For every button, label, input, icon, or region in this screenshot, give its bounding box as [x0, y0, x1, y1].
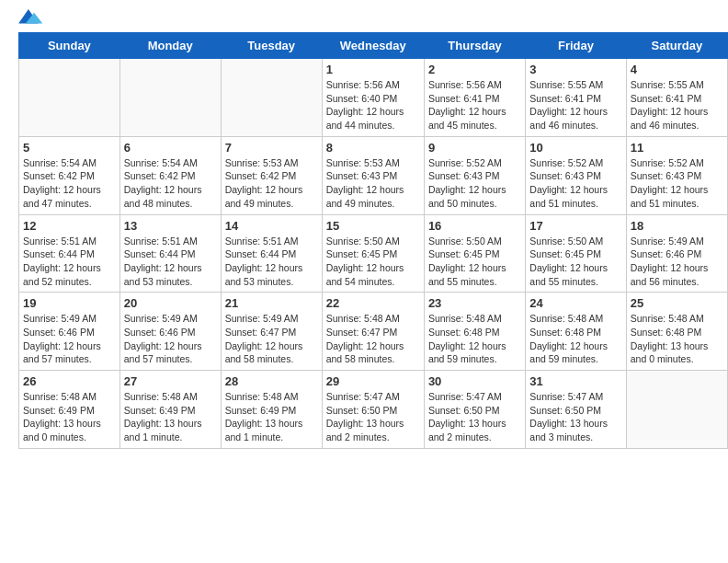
calendar-day-cell: 25Sunrise: 5:48 AM Sunset: 6:48 PM Dayli… — [626, 293, 727, 371]
day-info: Sunrise: 5:53 AM Sunset: 6:42 PM Dayligh… — [225, 156, 318, 211]
day-info: Sunrise: 5:48 AM Sunset: 6:48 PM Dayligh… — [529, 312, 621, 366]
calendar-day-cell: 11Sunrise: 5:52 AM Sunset: 6:43 PM Dayli… — [626, 136, 727, 214]
day-info: Sunrise: 5:52 AM Sunset: 6:43 PM Dayligh… — [631, 156, 723, 211]
calendar-day-cell: 24Sunrise: 5:48 AM Sunset: 6:48 PM Dayli… — [526, 293, 626, 371]
weekday-header: Saturday — [626, 33, 727, 59]
day-number: 10 — [529, 141, 621, 155]
calendar-day-cell: 22Sunrise: 5:48 AM Sunset: 6:47 PM Dayli… — [322, 293, 424, 371]
day-info: Sunrise: 5:49 AM Sunset: 6:46 PM Dayligh… — [23, 312, 116, 366]
day-info: Sunrise: 5:47 AM Sunset: 6:50 PM Dayligh… — [529, 390, 621, 444]
day-info: Sunrise: 5:47 AM Sunset: 6:50 PM Dayligh… — [428, 390, 521, 444]
calendar-wrapper: SundayMondayTuesdayWednesdayThursdayFrid… — [0, 32, 728, 458]
calendar-week-row: 19Sunrise: 5:49 AM Sunset: 6:46 PM Dayli… — [19, 293, 728, 371]
day-info: Sunrise: 5:48 AM Sunset: 6:49 PM Dayligh… — [124, 390, 217, 444]
calendar-day-cell: 27Sunrise: 5:48 AM Sunset: 6:49 PM Dayli… — [119, 371, 221, 449]
calendar-day-cell: 16Sunrise: 5:50 AM Sunset: 6:45 PM Dayli… — [424, 214, 525, 293]
day-info: Sunrise: 5:48 AM Sunset: 6:49 PM Dayligh… — [23, 390, 116, 444]
day-number: 2 — [428, 63, 521, 76]
day-info: Sunrise: 5:48 AM Sunset: 6:49 PM Dayligh… — [225, 390, 318, 444]
day-info: Sunrise: 5:55 AM Sunset: 6:41 PM Dayligh… — [529, 78, 621, 132]
calendar-day-cell — [119, 59, 221, 137]
calendar-day-cell: 20Sunrise: 5:49 AM Sunset: 6:46 PM Dayli… — [119, 293, 221, 371]
calendar-day-cell: 1Sunrise: 5:56 AM Sunset: 6:40 PM Daylig… — [322, 59, 424, 137]
calendar-day-cell: 31Sunrise: 5:47 AM Sunset: 6:50 PM Dayli… — [526, 371, 626, 449]
calendar-day-cell: 8Sunrise: 5:53 AM Sunset: 6:43 PM Daylig… — [322, 136, 424, 214]
calendar-day-cell: 7Sunrise: 5:53 AM Sunset: 6:42 PM Daylig… — [221, 136, 322, 214]
day-info: Sunrise: 5:56 AM Sunset: 6:40 PM Dayligh… — [326, 78, 420, 132]
day-number: 30 — [428, 374, 521, 388]
day-number: 11 — [631, 141, 723, 155]
calendar-day-cell: 29Sunrise: 5:47 AM Sunset: 6:50 PM Dayli… — [322, 371, 424, 449]
day-info: Sunrise: 5:51 AM Sunset: 6:44 PM Dayligh… — [23, 235, 116, 289]
day-info: Sunrise: 5:49 AM Sunset: 6:46 PM Dayligh… — [631, 235, 723, 289]
page-header — [0, 0, 728, 32]
calendar-day-cell: 12Sunrise: 5:51 AM Sunset: 6:44 PM Dayli… — [19, 214, 120, 293]
day-info: Sunrise: 5:50 AM Sunset: 6:45 PM Dayligh… — [428, 235, 521, 289]
calendar-week-row: 5Sunrise: 5:54 AM Sunset: 6:42 PM Daylig… — [19, 136, 728, 214]
day-number: 17 — [529, 219, 621, 233]
day-number: 21 — [225, 296, 318, 310]
calendar-day-cell: 14Sunrise: 5:51 AM Sunset: 6:44 PM Dayli… — [221, 214, 322, 293]
day-info: Sunrise: 5:55 AM Sunset: 6:41 PM Dayligh… — [631, 78, 723, 132]
day-number: 7 — [225, 141, 318, 155]
day-info: Sunrise: 5:52 AM Sunset: 6:43 PM Dayligh… — [428, 156, 521, 211]
day-number: 6 — [124, 141, 217, 155]
day-info: Sunrise: 5:49 AM Sunset: 6:46 PM Dayligh… — [124, 312, 217, 366]
calendar-day-cell: 13Sunrise: 5:51 AM Sunset: 6:44 PM Dayli… — [119, 214, 221, 293]
calendar-day-cell: 4Sunrise: 5:55 AM Sunset: 6:41 PM Daylig… — [626, 59, 727, 137]
day-number: 14 — [225, 219, 318, 233]
calendar-day-cell: 17Sunrise: 5:50 AM Sunset: 6:45 PM Dayli… — [526, 214, 626, 293]
calendar-day-cell: 26Sunrise: 5:48 AM Sunset: 6:49 PM Dayli… — [19, 371, 120, 449]
day-number: 13 — [124, 219, 217, 233]
day-info: Sunrise: 5:50 AM Sunset: 6:45 PM Dayligh… — [529, 235, 621, 289]
day-number: 12 — [23, 219, 116, 233]
calendar-day-cell: 6Sunrise: 5:54 AM Sunset: 6:42 PM Daylig… — [119, 136, 221, 214]
day-info: Sunrise: 5:49 AM Sunset: 6:47 PM Dayligh… — [225, 312, 318, 366]
day-info: Sunrise: 5:50 AM Sunset: 6:45 PM Dayligh… — [326, 235, 420, 289]
day-number: 19 — [23, 296, 116, 310]
day-number: 1 — [326, 63, 420, 76]
day-number: 23 — [428, 296, 521, 310]
calendar-day-cell: 5Sunrise: 5:54 AM Sunset: 6:42 PM Daylig… — [19, 136, 120, 214]
calendar-day-cell — [221, 59, 322, 137]
calendar-day-cell: 10Sunrise: 5:52 AM Sunset: 6:43 PM Dayli… — [526, 136, 626, 214]
calendar-day-cell — [19, 59, 120, 137]
calendar-day-cell: 21Sunrise: 5:49 AM Sunset: 6:47 PM Dayli… — [221, 293, 322, 371]
day-info: Sunrise: 5:51 AM Sunset: 6:44 PM Dayligh… — [124, 235, 217, 289]
day-number: 4 — [631, 63, 723, 76]
day-number: 26 — [23, 374, 116, 388]
calendar-day-cell: 18Sunrise: 5:49 AM Sunset: 6:46 PM Dayli… — [626, 214, 727, 293]
calendar-day-cell: 28Sunrise: 5:48 AM Sunset: 6:49 PM Dayli… — [221, 371, 322, 449]
day-number: 16 — [428, 219, 521, 233]
day-info: Sunrise: 5:48 AM Sunset: 6:48 PM Dayligh… — [631, 312, 723, 366]
day-info: Sunrise: 5:51 AM Sunset: 6:44 PM Dayligh… — [225, 235, 318, 289]
day-number: 18 — [631, 219, 723, 233]
calendar-table: SundayMondayTuesdayWednesdayThursdayFrid… — [18, 32, 728, 449]
day-number: 31 — [529, 374, 621, 388]
day-info: Sunrise: 5:54 AM Sunset: 6:42 PM Dayligh… — [23, 156, 116, 211]
calendar-day-cell: 19Sunrise: 5:49 AM Sunset: 6:46 PM Dayli… — [19, 293, 120, 371]
day-info: Sunrise: 5:56 AM Sunset: 6:41 PM Dayligh… — [428, 78, 521, 132]
day-number: 27 — [124, 374, 217, 388]
weekday-header: Wednesday — [322, 33, 424, 59]
day-info: Sunrise: 5:48 AM Sunset: 6:48 PM Dayligh… — [428, 312, 521, 366]
weekday-header: Thursday — [424, 33, 525, 59]
day-info: Sunrise: 5:54 AM Sunset: 6:42 PM Dayligh… — [124, 156, 217, 211]
calendar-day-cell: 23Sunrise: 5:48 AM Sunset: 6:48 PM Dayli… — [424, 293, 525, 371]
day-info: Sunrise: 5:52 AM Sunset: 6:43 PM Dayligh… — [529, 156, 621, 211]
day-number: 20 — [124, 296, 217, 310]
logo — [18, 9, 48, 28]
day-number: 29 — [326, 374, 420, 388]
calendar-day-cell: 9Sunrise: 5:52 AM Sunset: 6:43 PM Daylig… — [424, 136, 525, 214]
weekday-header: Sunday — [19, 33, 120, 59]
calendar-day-cell — [626, 371, 727, 449]
day-number: 15 — [326, 219, 420, 233]
calendar-day-cell: 2Sunrise: 5:56 AM Sunset: 6:41 PM Daylig… — [424, 59, 525, 137]
day-number: 9 — [428, 141, 521, 155]
calendar-day-cell: 15Sunrise: 5:50 AM Sunset: 6:45 PM Dayli… — [322, 214, 424, 293]
day-number: 3 — [529, 63, 621, 76]
weekday-header: Monday — [119, 33, 221, 59]
day-info: Sunrise: 5:53 AM Sunset: 6:43 PM Dayligh… — [326, 156, 420, 211]
calendar-week-row: 12Sunrise: 5:51 AM Sunset: 6:44 PM Dayli… — [19, 214, 728, 293]
calendar-week-row: 26Sunrise: 5:48 AM Sunset: 6:49 PM Dayli… — [19, 371, 728, 449]
